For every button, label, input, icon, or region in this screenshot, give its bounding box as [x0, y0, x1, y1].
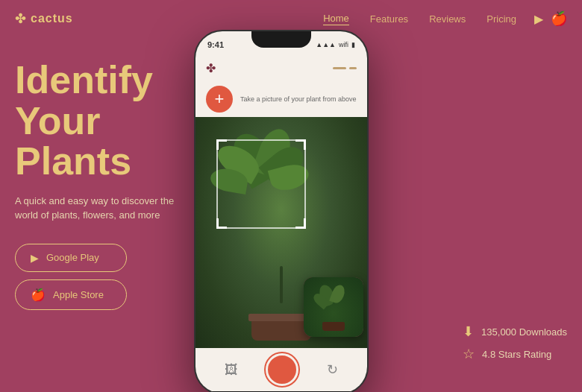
downloads-text: 135,000 Downloads	[481, 326, 567, 338]
main-content: Identify Your Plants A quick and easy wa…	[0, 37, 582, 392]
wifi-icon: wifi	[339, 41, 348, 48]
phone-status-icons: ▲▲▲ wifi ▮	[316, 41, 355, 48]
google-play-label: Google Play	[46, 252, 99, 263]
phone-time: 9:41	[207, 40, 224, 49]
stat-rating: ☆ 4.8 Stars Rating	[463, 346, 567, 362]
google-play-nav-icon[interactable]: ▶	[534, 12, 543, 26]
store-buttons: ▶ Google Play 🍎 Apple Store	[15, 244, 187, 310]
nav-links: Home Features Reviews Pricing	[323, 13, 516, 25]
nav-reviews[interactable]: Reviews	[429, 13, 466, 25]
scan-corner-bl	[216, 218, 227, 229]
phone-app-header: ✤	[195, 58, 367, 81]
navbar: ✤ cactus Home Features Reviews Pricing ▶…	[0, 0, 582, 37]
refresh-icon[interactable]: ↻	[327, 361, 338, 378]
phone-mockup: 9:41 ▲▲▲ wifi ▮ ✤ + Take a picture of yo…	[194, 30, 381, 392]
add-instruction: Take a picture of your plant from above	[240, 95, 357, 103]
hero-subtitle: A quick and easy way to discover the wor…	[15, 194, 175, 223]
nav-home[interactable]: Home	[323, 13, 349, 25]
hero-section: Identify Your Plants A quick and easy wa…	[0, 37, 201, 392]
scan-frame	[216, 139, 306, 229]
apple-store-button[interactable]: 🍎 Apple Store	[15, 279, 127, 310]
apple-store-label: Apple Store	[53, 289, 104, 300]
plant-pot	[251, 318, 311, 341]
mini-pot	[322, 322, 345, 331]
logo[interactable]: ✤ cactus	[15, 10, 73, 27]
stat-downloads: ⬇ 135,000 Downloads	[463, 323, 567, 340]
phone-frame: 9:41 ▲▲▲ wifi ▮ ✤ + Take a picture of yo…	[194, 30, 369, 392]
logo-text: cactus	[31, 12, 73, 25]
mini-plant-card	[304, 277, 363, 337]
apple-store-icon: 🍎	[31, 288, 46, 302]
hero-title: Identify Your Plants	[15, 60, 187, 182]
logo-icon: ✤	[15, 10, 26, 27]
add-button[interactable]: +	[206, 86, 233, 113]
mini-plant-inner	[304, 277, 363, 337]
apple-nav-icon[interactable]: 🍎	[551, 10, 567, 27]
gallery-icon[interactable]: 🖼	[225, 362, 238, 378]
google-play-icon: ▶	[31, 252, 39, 264]
stats-section: ⬇ 135,000 Downloads ☆ 4.8 Stars Rating	[463, 323, 567, 362]
google-play-button[interactable]: ▶ Google Play	[15, 244, 127, 272]
nav-pricing[interactable]: Pricing	[486, 13, 516, 25]
app-header-lines	[333, 67, 357, 69]
star-icon: ☆	[463, 346, 475, 362]
download-icon: ⬇	[463, 323, 474, 340]
nav-store-icons: ▶ 🍎	[534, 10, 567, 27]
phone-bottom-bar: 🖼 ↻	[195, 348, 367, 391]
header-line-2	[349, 67, 357, 69]
capture-button[interactable]	[266, 353, 298, 386]
leaf-stem	[280, 266, 283, 303]
phone-add-area: + Take a picture of your plant from abov…	[195, 81, 367, 117]
mini-leaf-2	[329, 283, 347, 305]
nav-features[interactable]: Features	[370, 13, 408, 25]
plant-background	[195, 117, 367, 348]
app-cactus-icon: ✤	[206, 61, 216, 75]
rating-text: 4.8 Stars Rating	[482, 349, 551, 360]
scan-corner-tl	[216, 139, 227, 150]
scan-corner-br	[295, 218, 306, 229]
phone-camera-area	[195, 117, 367, 348]
header-line-1	[333, 67, 346, 69]
battery-icon: ▮	[351, 41, 355, 48]
scan-corner-tr	[295, 139, 306, 150]
signal-icon: ▲▲▲	[316, 41, 336, 48]
